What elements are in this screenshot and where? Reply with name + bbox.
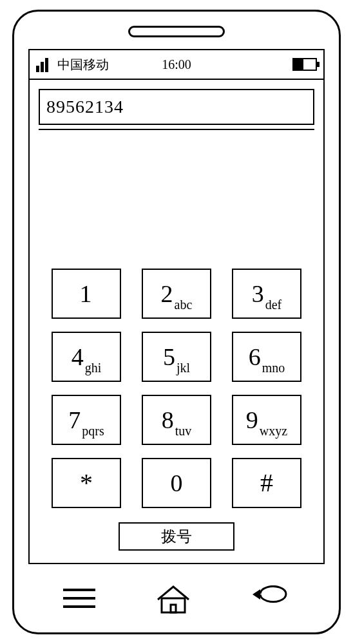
screen: 中国移动 16:00 89562134 1 2abc 3def 4ghi 5jk… bbox=[28, 49, 325, 564]
phone-body: 中国移动 16:00 89562134 1 2abc 3def 4ghi 5jk… bbox=[12, 10, 341, 634]
signal-icon bbox=[36, 57, 48, 72]
key-0[interactable]: 0 bbox=[142, 458, 211, 508]
number-display[interactable]: 89562134 bbox=[39, 89, 314, 125]
battery-icon bbox=[292, 58, 317, 71]
keypad: 1 2abc 3def 4ghi 5jkl 6mno 7pqrs 8tuv 9w… bbox=[39, 269, 314, 508]
status-bar: 中国移动 16:00 bbox=[30, 50, 323, 80]
divider bbox=[39, 129, 314, 130]
key-8[interactable]: 8tuv bbox=[142, 395, 211, 445]
key-1[interactable]: 1 bbox=[52, 269, 121, 319]
key-4[interactable]: 4ghi bbox=[52, 332, 121, 382]
key-7[interactable]: 7pqrs bbox=[52, 395, 121, 445]
battery-level bbox=[294, 59, 303, 70]
key-5[interactable]: 5jkl bbox=[142, 332, 211, 382]
key-hash[interactable]: # bbox=[232, 458, 301, 508]
svg-marker-2 bbox=[253, 589, 260, 600]
menu-button[interactable] bbox=[63, 589, 95, 608]
svg-rect-1 bbox=[171, 605, 176, 612]
key-star[interactable]: * bbox=[52, 458, 121, 508]
key-6[interactable]: 6mno bbox=[232, 332, 301, 382]
key-9[interactable]: 9wxyz bbox=[232, 395, 301, 445]
home-button[interactable] bbox=[155, 583, 191, 614]
carrier-label: 中国移动 bbox=[57, 56, 109, 73]
key-2[interactable]: 2abc bbox=[142, 269, 211, 319]
dial-button[interactable]: 拨号 bbox=[119, 522, 234, 551]
key-3[interactable]: 3def bbox=[232, 269, 301, 319]
dialer-area: 89562134 1 2abc 3def 4ghi 5jkl 6mno 7pqr… bbox=[30, 80, 323, 563]
speaker-grill bbox=[128, 26, 225, 37]
back-button[interactable] bbox=[251, 585, 290, 611]
nav-bar bbox=[14, 564, 339, 632]
